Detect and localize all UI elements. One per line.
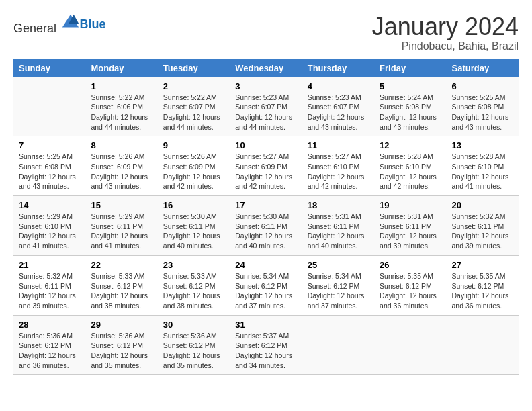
calendar-cell: 16Sunrise: 5:30 AM Sunset: 6:11 PM Dayli… — [158, 196, 230, 256]
day-info: Sunrise: 5:30 AM Sunset: 6:11 PM Dayligh… — [235, 212, 296, 251]
calendar-cell: 5Sunrise: 5:24 AM Sunset: 6:08 PM Daylig… — [374, 77, 446, 136]
calendar-cell: 14Sunrise: 5:29 AM Sunset: 6:10 PM Dayli… — [13, 196, 85, 256]
calendar-cell: 11Sunrise: 5:27 AM Sunset: 6:10 PM Dayli… — [302, 136, 374, 196]
calendar-cell: 25Sunrise: 5:34 AM Sunset: 6:12 PM Dayli… — [302, 255, 374, 315]
calendar-cell: 8Sunrise: 5:26 AM Sunset: 6:09 PM Daylig… — [85, 136, 157, 196]
day-info: Sunrise: 5:36 AM Sunset: 6:12 PM Dayligh… — [163, 331, 224, 371]
day-number: 21 — [19, 260, 80, 270]
day-info: Sunrise: 5:36 AM Sunset: 6:12 PM Dayligh… — [19, 331, 80, 371]
calendar-cell — [302, 315, 374, 375]
day-number: 8 — [91, 140, 152, 150]
day-info: Sunrise: 5:23 AM Sunset: 6:07 PM Dayligh… — [235, 93, 296, 132]
day-info: Sunrise: 5:27 AM Sunset: 6:09 PM Dayligh… — [235, 152, 296, 191]
calendar-cell — [374, 315, 446, 375]
calendar-cell: 30Sunrise: 5:36 AM Sunset: 6:12 PM Dayli… — [158, 315, 230, 375]
day-number: 10 — [235, 140, 296, 150]
calendar-cell: 29Sunrise: 5:36 AM Sunset: 6:12 PM Dayli… — [85, 315, 157, 375]
calendar-table: SundayMondayTuesdayWednesdayThursdayFrid… — [13, 59, 519, 375]
calendar-cell: 21Sunrise: 5:32 AM Sunset: 6:11 PM Dayli… — [13, 255, 85, 315]
day-info: Sunrise: 5:33 AM Sunset: 6:12 PM Dayligh… — [91, 271, 152, 311]
day-info: Sunrise: 5:35 AM Sunset: 6:12 PM Dayligh… — [380, 271, 441, 311]
day-number: 6 — [452, 81, 513, 91]
logo-icon — [61, 13, 80, 32]
day-number: 25 — [308, 260, 369, 270]
day-info: Sunrise: 5:31 AM Sunset: 6:11 PM Dayligh… — [308, 212, 369, 251]
calendar-cell: 28Sunrise: 5:36 AM Sunset: 6:12 PM Dayli… — [13, 315, 85, 375]
day-number: 28 — [19, 320, 80, 330]
calendar-cell: 20Sunrise: 5:32 AM Sunset: 6:11 PM Dayli… — [447, 196, 519, 256]
day-info: Sunrise: 5:37 AM Sunset: 6:12 PM Dayligh… — [235, 331, 296, 371]
calendar-cell: 12Sunrise: 5:28 AM Sunset: 6:10 PM Dayli… — [374, 136, 446, 196]
logo-blue: Blue — [80, 17, 106, 31]
title-section: January 2024 Pindobacu, Bahia, Brazil — [372, 13, 519, 52]
day-number: 7 — [19, 140, 80, 150]
day-info: Sunrise: 5:31 AM Sunset: 6:11 PM Dayligh… — [380, 212, 441, 251]
day-info: Sunrise: 5:32 AM Sunset: 6:11 PM Dayligh… — [19, 271, 80, 311]
day-info: Sunrise: 5:26 AM Sunset: 6:09 PM Dayligh… — [163, 152, 224, 191]
day-number: 16 — [163, 200, 224, 210]
calendar-cell — [447, 315, 519, 375]
weekday-header: Tuesday — [158, 59, 230, 77]
day-number: 19 — [380, 200, 441, 210]
weekday-header: Friday — [374, 59, 446, 77]
calendar-week-row: 28Sunrise: 5:36 AM Sunset: 6:12 PM Dayli… — [13, 315, 519, 375]
calendar-week-row: 7Sunrise: 5:25 AM Sunset: 6:08 PM Daylig… — [13, 136, 519, 196]
weekday-header: Saturday — [447, 59, 519, 77]
day-number: 13 — [452, 140, 513, 150]
day-info: Sunrise: 5:28 AM Sunset: 6:10 PM Dayligh… — [380, 152, 441, 191]
day-number: 11 — [308, 140, 369, 150]
calendar-cell: 24Sunrise: 5:34 AM Sunset: 6:12 PM Dayli… — [230, 255, 302, 315]
day-info: Sunrise: 5:24 AM Sunset: 6:08 PM Dayligh… — [380, 93, 441, 132]
day-info: Sunrise: 5:26 AM Sunset: 6:09 PM Dayligh… — [91, 152, 152, 191]
month-title: January 2024 — [372, 13, 519, 40]
day-info: Sunrise: 5:27 AM Sunset: 6:10 PM Dayligh… — [308, 152, 369, 191]
day-number: 24 — [235, 260, 296, 270]
day-info: Sunrise: 5:36 AM Sunset: 6:12 PM Dayligh… — [91, 331, 152, 371]
day-number: 15 — [91, 200, 152, 210]
calendar-cell: 2Sunrise: 5:22 AM Sunset: 6:07 PM Daylig… — [158, 77, 230, 136]
day-info: Sunrise: 5:25 AM Sunset: 6:08 PM Dayligh… — [452, 93, 513, 132]
day-info: Sunrise: 5:29 AM Sunset: 6:11 PM Dayligh… — [91, 212, 152, 251]
day-number: 20 — [452, 200, 513, 210]
day-info: Sunrise: 5:35 AM Sunset: 6:12 PM Dayligh… — [452, 271, 513, 311]
calendar-cell: 19Sunrise: 5:31 AM Sunset: 6:11 PM Dayli… — [374, 196, 446, 256]
location-title: Pindobacu, Bahia, Brazil — [372, 40, 519, 52]
day-number: 29 — [91, 320, 152, 330]
calendar-cell: 10Sunrise: 5:27 AM Sunset: 6:09 PM Dayli… — [230, 136, 302, 196]
day-info: Sunrise: 5:29 AM Sunset: 6:10 PM Dayligh… — [19, 212, 80, 251]
calendar-cell: 26Sunrise: 5:35 AM Sunset: 6:12 PM Dayli… — [374, 255, 446, 315]
calendar-cell: 1Sunrise: 5:22 AM Sunset: 6:06 PM Daylig… — [85, 77, 157, 136]
weekday-header: Wednesday — [230, 59, 302, 77]
calendar-cell: 4Sunrise: 5:23 AM Sunset: 6:07 PM Daylig… — [302, 77, 374, 136]
day-number: 2 — [163, 81, 224, 91]
calendar-cell: 17Sunrise: 5:30 AM Sunset: 6:11 PM Dayli… — [230, 196, 302, 256]
day-number: 1 — [91, 81, 152, 91]
calendar-week-row: 1Sunrise: 5:22 AM Sunset: 6:06 PM Daylig… — [13, 77, 519, 136]
day-number: 9 — [163, 140, 224, 150]
day-number: 3 — [235, 81, 296, 91]
day-number: 14 — [19, 200, 80, 210]
calendar-week-row: 21Sunrise: 5:32 AM Sunset: 6:11 PM Dayli… — [13, 255, 519, 315]
calendar-cell: 23Sunrise: 5:33 AM Sunset: 6:12 PM Dayli… — [158, 255, 230, 315]
day-info: Sunrise: 5:34 AM Sunset: 6:12 PM Dayligh… — [308, 271, 369, 311]
day-info: Sunrise: 5:33 AM Sunset: 6:12 PM Dayligh… — [163, 271, 224, 311]
calendar-cell: 27Sunrise: 5:35 AM Sunset: 6:12 PM Dayli… — [447, 255, 519, 315]
day-info: Sunrise: 5:28 AM Sunset: 6:10 PM Dayligh… — [452, 152, 513, 191]
calendar-cell: 13Sunrise: 5:28 AM Sunset: 6:10 PM Dayli… — [447, 136, 519, 196]
weekday-header-row: SundayMondayTuesdayWednesdayThursdayFrid… — [13, 59, 519, 77]
calendar-cell: 15Sunrise: 5:29 AM Sunset: 6:11 PM Dayli… — [85, 196, 157, 256]
day-number: 30 — [163, 320, 224, 330]
day-number: 27 — [452, 260, 513, 270]
day-number: 18 — [308, 200, 369, 210]
weekday-header: Thursday — [302, 59, 374, 77]
day-info: Sunrise: 5:22 AM Sunset: 6:06 PM Dayligh… — [91, 93, 152, 132]
day-info: Sunrise: 5:23 AM Sunset: 6:07 PM Dayligh… — [308, 93, 369, 132]
day-number: 5 — [380, 81, 441, 91]
day-info: Sunrise: 5:30 AM Sunset: 6:11 PM Dayligh… — [163, 212, 224, 251]
day-number: 22 — [91, 260, 152, 270]
calendar-cell: 31Sunrise: 5:37 AM Sunset: 6:12 PM Dayli… — [230, 315, 302, 375]
calendar-cell: 6Sunrise: 5:25 AM Sunset: 6:08 PM Daylig… — [447, 77, 519, 136]
calendar-cell: 3Sunrise: 5:23 AM Sunset: 6:07 PM Daylig… — [230, 77, 302, 136]
calendar-cell: 22Sunrise: 5:33 AM Sunset: 6:12 PM Dayli… — [85, 255, 157, 315]
calendar-cell — [13, 77, 85, 136]
